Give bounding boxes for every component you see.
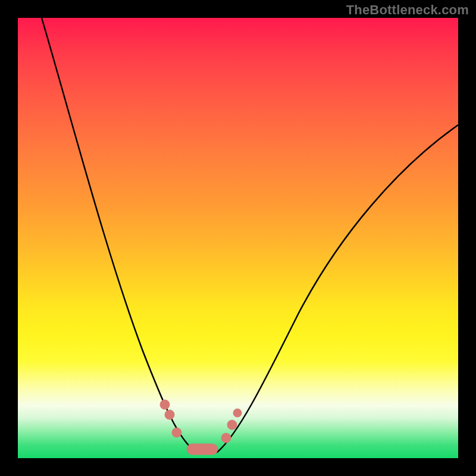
svg-point-4: [221, 433, 231, 443]
chart-frame: TheBottleneck.com: [0, 0, 476, 476]
svg-point-1: [165, 410, 174, 419]
svg-point-0: [160, 400, 170, 409]
curve-layer: [18, 18, 458, 458]
attribution-text: TheBottleneck.com: [346, 2, 469, 18]
plot-area: [18, 18, 458, 458]
curve-right-arm: [217, 125, 458, 452]
curve-left-arm: [42, 18, 196, 452]
svg-point-6: [233, 409, 242, 417]
bottom-markers: [160, 400, 242, 455]
svg-rect-3: [187, 444, 218, 455]
svg-point-5: [227, 420, 237, 430]
svg-point-2: [172, 428, 181, 437]
